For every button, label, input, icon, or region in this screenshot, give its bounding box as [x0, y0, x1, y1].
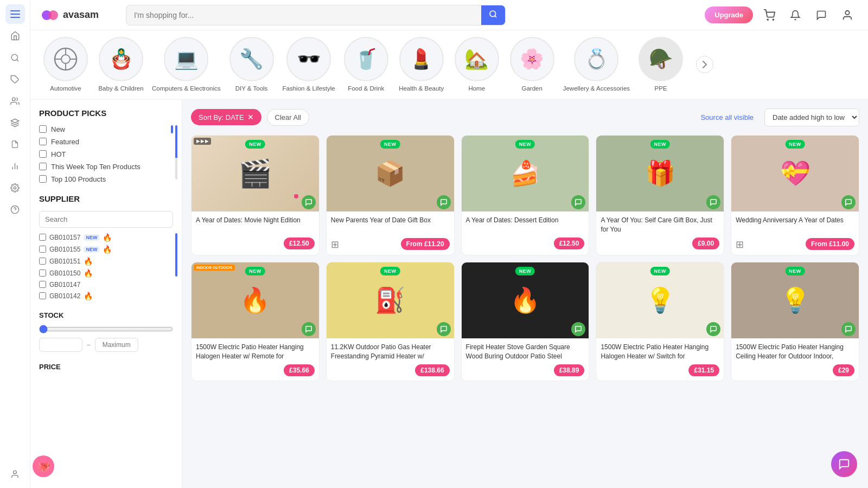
category-computers[interactable]: 💻 Computers & Electronics [152, 37, 221, 93]
product-body-6: 1500W Electric Patio Heater Hanging Halo… [192, 338, 319, 381]
supplier-gb010150[interactable]: GB010150 🔥 [39, 269, 173, 278]
category-label-ppe: PPE [655, 85, 667, 93]
product-card-5: 💝 NEW Wedding Anniversary A Year of Date… [731, 135, 859, 255]
product-2-add-btn[interactable] [437, 195, 451, 209]
supplier-gb010155-checkbox[interactable] [39, 246, 46, 253]
stock-min-input[interactable] [39, 338, 82, 352]
filter-new[interactable]: New [39, 125, 173, 133]
category-food[interactable]: 🥤 Food & Drink [342, 37, 391, 93]
sort-select[interactable]: Date added high to low Date added low to… [764, 108, 859, 126]
product-7-price: £138.66 [415, 364, 449, 376]
supplier-gb010151[interactable]: GB010151 🔥 [39, 257, 173, 266]
nav-settings-icon[interactable] [5, 178, 25, 197]
nav-chart-icon[interactable] [5, 156, 25, 176]
filter-top-ten[interactable]: This Week Top Ten Products [39, 163, 173, 171]
messages-button[interactable] [812, 5, 831, 25]
category-circle-diy: 🔧 [229, 37, 274, 81]
supplier-gb010142-label: GB010142 [49, 292, 80, 300]
supplier-gb010151-label: GB010151 [49, 258, 80, 265]
category-garden[interactable]: 🌸 Garden [508, 37, 557, 93]
category-circle-automotive [43, 37, 88, 81]
product-1-add-btn[interactable] [302, 195, 316, 209]
nav-search-icon[interactable] [5, 48, 25, 67]
product-2-name: New Parents Year of Date Gift Box [331, 216, 450, 234]
product-6-price-row: £35.66 [196, 364, 315, 376]
filter-featured-checkbox[interactable] [39, 138, 47, 145]
notifications-button[interactable] [786, 5, 805, 25]
stock-slider[interactable] [39, 325, 173, 333]
supplier-gb010147-label: GB010147 [49, 281, 80, 288]
sort-date-button[interactable]: Sort By: DATE ✕ [191, 109, 261, 125]
category-label-fashion: Fashion & Lifestyle [283, 85, 335, 93]
chat-widget[interactable] [831, 451, 857, 477]
supplier-gb010155[interactable]: GB010155 NEW 🔥 [39, 245, 173, 254]
supplier-title: SUPPLIER [39, 194, 173, 203]
supplier-gb010142[interactable]: GB010142 🔥 [39, 292, 173, 300]
filter-hot-checkbox[interactable] [39, 150, 47, 158]
product-body-1: A Year of Dates: Movie Night Edition £12… [192, 211, 319, 254]
sort-date-close-icon: ✕ [247, 113, 254, 121]
source-all-link[interactable]: Source all visible [700, 113, 754, 121]
filter-hot[interactable]: HOT [39, 150, 173, 158]
supplier-gb010151-checkbox[interactable] [39, 258, 46, 265]
product-7-add-btn[interactable] [437, 322, 451, 336]
product-3-name: A Year of Dates: Dessert Edition [466, 216, 585, 234]
nav-home-icon[interactable] [5, 26, 25, 46]
product-2-badge: NEW [380, 140, 400, 149]
filter-new-checkbox[interactable] [39, 125, 47, 133]
supplier-gb010157[interactable]: GB010157 NEW 🔥 [39, 233, 173, 242]
search-input[interactable] [126, 7, 481, 24]
profile-button[interactable] [838, 5, 857, 25]
supplier-search-input[interactable] [39, 211, 173, 228]
category-home[interactable]: 🏡 Home [452, 37, 501, 93]
nav-users-icon[interactable] [5, 91, 25, 111]
product-10-add-btn[interactable] [841, 322, 856, 336]
search-button[interactable] [481, 5, 505, 25]
product-9-add-btn[interactable] [706, 322, 720, 336]
product-9-badge: NEW [650, 267, 671, 275]
product-4-add-btn[interactable] [706, 195, 720, 209]
supplier-gb010147-checkbox[interactable] [39, 281, 46, 288]
filter-featured[interactable]: Featured [39, 138, 173, 146]
product-5-price: From £11.00 [806, 238, 854, 250]
filter-top-100[interactable]: Top 100 Products [39, 175, 173, 183]
supplier-gb010150-checkbox[interactable] [39, 269, 46, 277]
product-3-price: £12.50 [554, 237, 585, 249]
octo-widget[interactable]: 🐙 [33, 455, 54, 477]
product-card-6: 🔥 INDOOR OUTDOOR NEW 1500W Electric Pati… [191, 262, 320, 381]
category-health[interactable]: 💄 Health & Beauty [397, 37, 446, 93]
filter-top-100-checkbox[interactable] [39, 175, 47, 183]
supplier-gb010155-label: GB010155 [49, 246, 80, 253]
cart-button[interactable] [760, 5, 779, 25]
logo-icon [41, 7, 59, 24]
product-5-add-btn[interactable] [841, 195, 856, 209]
product-6-add-btn[interactable] [302, 322, 316, 336]
nav-help-icon[interactable] [5, 200, 25, 219]
svg-rect-2 [10, 17, 20, 18]
nav-file-icon[interactable] [5, 134, 25, 154]
category-fashion[interactable]: 🕶️ Fashion & Lifestyle [283, 37, 335, 93]
supplier-gb010147[interactable]: GB010147 [39, 281, 173, 288]
supplier-gb010155-hot-badge: 🔥 [103, 245, 112, 254]
nav-menu-icon[interactable] [5, 4, 25, 24]
category-jewellery[interactable]: 💍 Jewellery & Accessories [563, 37, 630, 93]
supplier-gb010142-checkbox[interactable] [39, 292, 46, 299]
filter-top-ten-checkbox[interactable] [39, 163, 47, 170]
categories-next-arrow[interactable] [696, 56, 713, 73]
nav-person-icon[interactable] [5, 464, 25, 484]
header-actions: Upgrade [705, 5, 857, 25]
product-5-stack-icon: ⊞ [736, 239, 744, 251]
product-body-3: A Year of Dates: Dessert Edition £12.50 [462, 211, 589, 254]
supplier-gb010157-checkbox[interactable] [39, 234, 46, 241]
nav-tag-icon[interactable] [5, 69, 25, 89]
category-ppe[interactable]: 🪖 PPE [636, 37, 685, 93]
category-diy[interactable]: 🔧 DIY & Tools [227, 37, 276, 93]
clear-all-button[interactable]: Clear All [267, 109, 309, 126]
nav-layers-icon[interactable] [5, 113, 25, 132]
stock-max-input[interactable] [95, 338, 138, 352]
product-1-price-row: £12.50 [196, 237, 315, 249]
category-automotive[interactable]: Automotive [41, 37, 90, 93]
category-label-baby: Baby & Children [98, 85, 143, 93]
upgrade-button[interactable]: Upgrade [705, 7, 753, 23]
category-baby-children[interactable]: 🪆 Baby & Children [97, 37, 145, 93]
